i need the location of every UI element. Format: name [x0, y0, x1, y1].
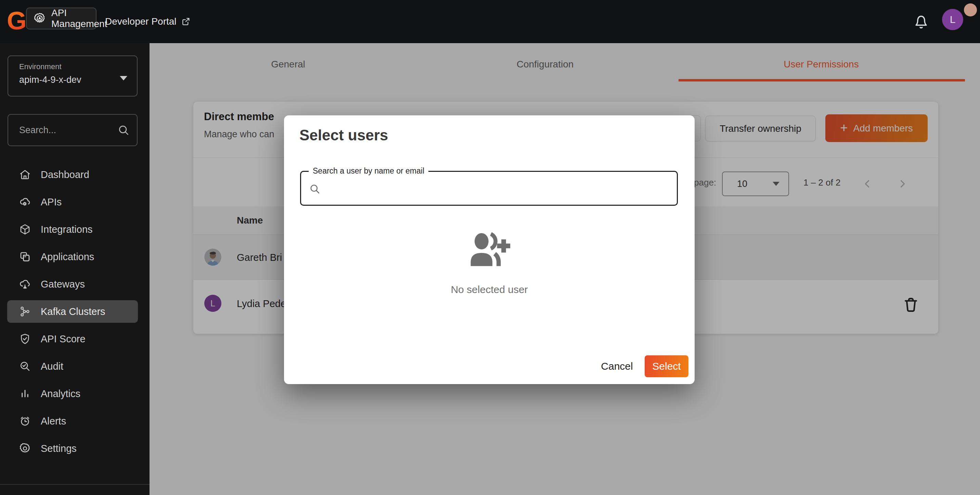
sidebar: Environment apim-4-9-x-dev Dashboard [0, 43, 150, 495]
sidebar-item-label: Integrations [41, 224, 93, 235]
presence-dot [964, 3, 977, 16]
sidebar-item-applications[interactable]: Applications [7, 245, 138, 268]
developer-portal-label: Developer Portal [105, 16, 177, 27]
sidebar-item-analytics[interactable]: Analytics [7, 382, 138, 405]
magnifier-check-icon [19, 360, 31, 372]
sidebar-item-label: Settings [41, 443, 76, 454]
environment-value: apim-4-9-x-dev [19, 75, 129, 85]
kafka-nodes-icon [19, 306, 31, 318]
app-root: G API Management Developer Portal L [0, 0, 980, 495]
environment-label: Environment [19, 62, 129, 71]
search-icon [309, 183, 321, 195]
empty-state: No selected user [284, 232, 695, 295]
sidebar-item-integrations[interactable]: Integrations [7, 218, 138, 241]
chevron-down-icon [120, 76, 127, 80]
sidebar-item-audit[interactable]: Audit [7, 355, 138, 377]
developer-portal-link[interactable]: Developer Portal [105, 0, 191, 43]
cube-icon [19, 223, 31, 236]
gear-logo-icon [33, 12, 46, 25]
shield-check-icon [19, 333, 31, 345]
sidebar-item-settings[interactable]: Settings [7, 437, 138, 460]
sidebar-item-label: Applications [41, 251, 94, 263]
gear-icon [19, 442, 31, 455]
user-avatar-initial: L [950, 14, 956, 25]
cloud-gateway-icon [19, 278, 31, 290]
sidebar-item-label: Kafka Clusters [41, 306, 105, 317]
home-icon [19, 169, 31, 181]
sidebar-item-alerts[interactable]: Alerts [7, 410, 138, 432]
sidebar-item-label: Dashboard [41, 169, 89, 180]
dialog-title: Select users [299, 127, 388, 144]
sidebar-item-label: Analytics [41, 388, 80, 400]
sidebar-item-label: APIs [41, 196, 62, 208]
bar-chart-icon [19, 387, 31, 400]
notifications-bell-icon[interactable] [912, 12, 931, 31]
sidebar-item-label: API Score [41, 333, 86, 345]
user-search-field: Search a user by name or email [300, 171, 678, 206]
applications-icon [19, 251, 31, 263]
cloud-gear-icon [19, 196, 31, 208]
sidebar-footer-divider [0, 484, 150, 495]
external-link-icon [181, 16, 191, 27]
alarm-clock-icon [19, 415, 31, 427]
user-avatar[interactable]: L [942, 9, 963, 30]
user-search-input[interactable] [327, 172, 672, 205]
api-management-button[interactable]: API Management [26, 8, 97, 29]
top-bar: G API Management Developer Portal L [0, 0, 980, 43]
person-add-icon [466, 232, 512, 269]
sidebar-item-api-score[interactable]: API Score [7, 328, 138, 350]
select-users-dialog: Select users Search a user by name or em… [284, 115, 695, 384]
sidebar-search [8, 114, 138, 146]
sidebar-item-label: Gateways [41, 279, 85, 290]
environment-selector[interactable]: Environment apim-4-9-x-dev [8, 56, 138, 97]
select-button[interactable]: Select [645, 355, 689, 377]
sidebar-item-label: Audit [41, 361, 63, 372]
cancel-button[interactable]: Cancel [595, 355, 639, 377]
sidebar-item-kafka-clusters[interactable]: Kafka Clusters [7, 300, 138, 323]
empty-state-text: No selected user [284, 284, 695, 295]
sidebar-search-input[interactable] [19, 125, 117, 135]
search-icon [117, 124, 130, 137]
sidebar-nav: Dashboard APIs Integrations [0, 163, 150, 465]
sidebar-item-dashboard[interactable]: Dashboard [7, 163, 138, 186]
api-management-label: API Management [51, 8, 107, 29]
sidebar-item-label: Alerts [41, 415, 66, 427]
sidebar-item-gateways[interactable]: Gateways [7, 273, 138, 295]
content-area: General Configuration User Permissions D… [150, 43, 980, 495]
sidebar-item-apis[interactable]: APIs [7, 191, 138, 213]
